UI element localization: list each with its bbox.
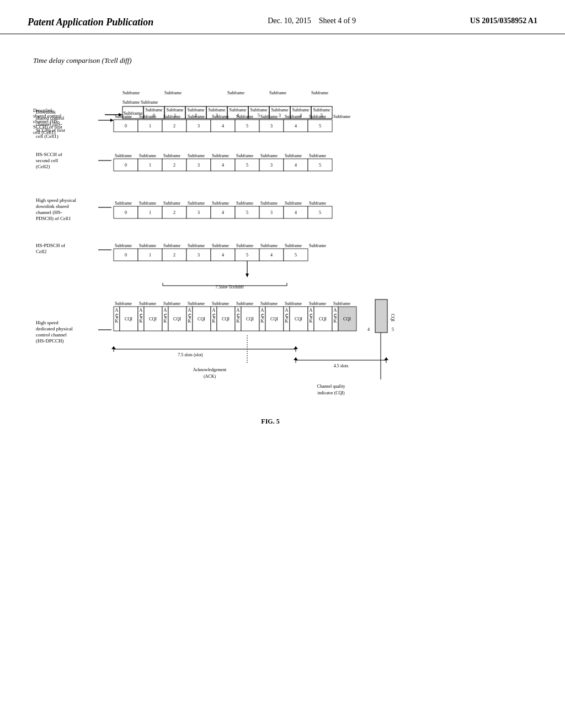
svg-text:2: 2 — [173, 210, 175, 215]
svg-text:Subframe: Subframe — [260, 114, 278, 119]
svg-text:4: 4 — [270, 253, 273, 258]
svg-text:K: K — [237, 319, 240, 324]
svg-text:CQI: CQI — [295, 317, 302, 322]
svg-marker-273 — [294, 357, 298, 360]
svg-text:1: 1 — [149, 124, 151, 129]
page-content: Time delay comparison (Tcell diff) Downl… — [0, 34, 565, 666]
svg-text:4: 4 — [222, 210, 224, 215]
svg-text:FIG. 5: FIG. 5 — [261, 417, 279, 425]
svg-text:A: A — [140, 308, 143, 313]
svg-text:Subframe: Subframe — [285, 153, 302, 158]
svg-text:Subframe: Subframe — [260, 153, 278, 158]
header-patent-number: US 2015/0358952 A1 — [470, 17, 537, 25]
svg-text:K: K — [261, 319, 264, 324]
svg-text:CQI: CQI — [319, 317, 327, 322]
svg-text:A: A — [237, 308, 240, 313]
svg-text:CQI: CQI — [246, 317, 254, 322]
svg-text:3: 3 — [198, 253, 200, 258]
svg-text:A: A — [115, 308, 119, 313]
svg-text:cell (Cell1): cell (Cell1) — [36, 133, 58, 139]
svg-text:CQI: CQI — [125, 317, 132, 322]
svg-text:C̲: C̲ — [164, 313, 167, 318]
svg-text:A: A — [285, 308, 289, 313]
header-publication: Patent Application Publication — [28, 17, 153, 28]
svg-text:Subframe: Subframe — [271, 108, 289, 113]
svg-text:0: 0 — [125, 124, 127, 129]
svg-text:Subframe: Subframe — [285, 243, 302, 248]
svg-text:shared control: shared control — [36, 115, 65, 121]
svg-text:C̲: C̲ — [285, 313, 289, 318]
svg-text:C̲: C̲ — [237, 313, 240, 318]
svg-text:Acknowledgement: Acknowledgement — [193, 367, 227, 372]
svg-text:Subframe: Subframe — [163, 201, 181, 206]
svg-text:High speed: High speed — [36, 320, 58, 325]
svg-text:A: A — [310, 308, 313, 313]
svg-text:downlink shared: downlink shared — [36, 204, 69, 209]
svg-text:HS-SCCH of: HS-SCCH of — [36, 152, 62, 157]
svg-text:second cell: second cell — [36, 158, 58, 163]
svg-text:3: 3 — [198, 163, 200, 168]
svg-marker-48 — [110, 119, 114, 122]
svg-text:High speed physical: High speed physical — [36, 197, 76, 203]
svg-text:Subframe: Subframe — [212, 301, 230, 306]
svg-text:K: K — [188, 319, 191, 324]
svg-text:3: 3 — [270, 210, 273, 215]
svg-text:5: 5 — [258, 113, 260, 118]
figure-title: Time delay comparison (Tcell diff) — [33, 56, 532, 65]
svg-text:Subframe: Subframe — [236, 301, 254, 306]
svg-text:C̲: C̲ — [334, 313, 337, 318]
svg-text:Cell2: Cell2 — [36, 249, 47, 254]
svg-text:Subframe: Subframe — [163, 153, 181, 158]
svg-text:Subframe: Subframe — [236, 201, 254, 206]
svg-text:Subframe: Subframe — [115, 153, 132, 158]
svg-text:Subframe: Subframe — [333, 114, 351, 119]
svg-text:5: 5 — [319, 210, 321, 215]
svg-text:Subframe: Subframe — [309, 243, 327, 248]
svg-text:4.5 slots: 4.5 slots — [334, 363, 349, 368]
svg-text:Subframe: Subframe — [163, 114, 181, 119]
svg-text:A: A — [261, 308, 264, 313]
svg-text:Subframe: Subframe — [164, 90, 182, 95]
svg-text:Subframe: Subframe — [188, 243, 205, 248]
svg-text:1: 1 — [149, 163, 151, 168]
svg-text:Subframe: Subframe — [212, 153, 230, 158]
svg-text:Subframe: Subframe — [166, 108, 184, 113]
svg-text:2: 2 — [173, 124, 175, 129]
svg-text:(ACK): (ACK) — [204, 374, 216, 379]
svg-text:5: 5 — [319, 163, 321, 168]
svg-text:A: A — [212, 308, 216, 313]
svg-text:4: 4 — [295, 124, 297, 129]
svg-text:Subframe: Subframe — [139, 243, 157, 248]
svg-text:1: 1 — [149, 210, 151, 215]
svg-text:A: A — [164, 308, 167, 313]
svg-text:Subframe: Subframe — [212, 243, 230, 248]
svg-text:control channel: control channel — [36, 332, 67, 338]
svg-text:5: 5 — [246, 253, 248, 258]
svg-text:Downlink: Downlink — [36, 109, 56, 115]
figure-diagram-full: .sf { font-size: 8px; font-family: 'Time… — [33, 82, 508, 644]
svg-text:(HS-DPCCH): (HS-DPCCH) — [36, 338, 64, 344]
svg-text:3: 3 — [279, 113, 281, 118]
svg-text:Subframe: Subframe — [311, 90, 329, 95]
svg-text:Subframe: Subframe — [313, 108, 331, 113]
svg-text:Subframe: Subframe — [236, 153, 254, 158]
svg-text:4: 4 — [367, 327, 370, 332]
svg-text:A: A — [334, 308, 337, 313]
svg-text:Subframe: Subframe — [236, 243, 254, 248]
svg-text:C̲: C̲ — [261, 313, 264, 318]
svg-text:K: K — [140, 319, 143, 324]
svg-text:Subframe: Subframe — [236, 114, 254, 119]
svg-text:Subframe Subframe: Subframe Subframe — [122, 100, 158, 105]
svg-text:4: 4 — [222, 163, 224, 168]
svg-text:Subframe: Subframe — [139, 301, 157, 306]
svg-text:A: A — [188, 308, 191, 313]
svg-text:Subframe: Subframe — [260, 301, 278, 306]
svg-rect-276 — [375, 299, 387, 333]
svg-text:Subframe: Subframe — [227, 90, 245, 95]
svg-text:CQI: CQI — [390, 314, 395, 322]
svg-text:3: 3 — [270, 163, 273, 168]
svg-text:Subframe: Subframe — [260, 201, 278, 206]
svg-text:CQI: CQI — [270, 317, 278, 322]
svg-text:SCCH) of first: SCCH) of first — [36, 127, 66, 133]
svg-text:channel (HS-: channel (HS- — [36, 210, 62, 215]
